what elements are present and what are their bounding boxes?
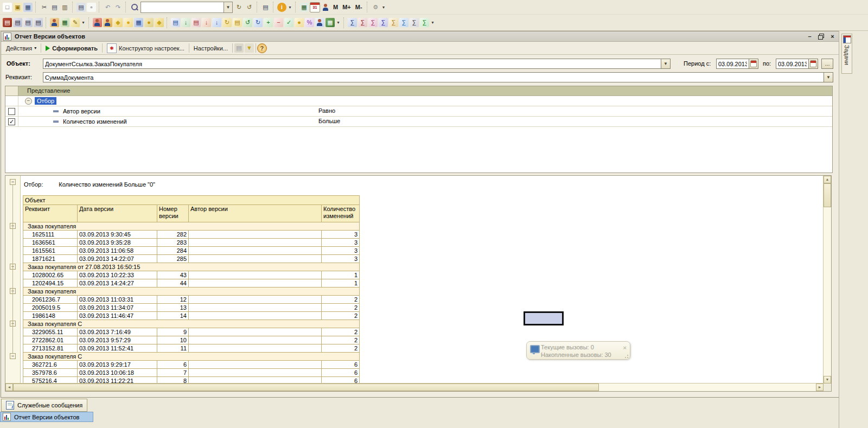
scroll-right-arrow[interactable]: ► (816, 384, 824, 391)
cell[interactable]: 03.09.2013 10:22:33 (78, 271, 157, 279)
cell[interactable]: 03.09.2013 14:22:07 (78, 255, 157, 263)
info-icon[interactable]: i (277, 3, 286, 12)
filter-condition[interactable]: Равно (318, 107, 335, 114)
cell[interactable]: 2 (322, 304, 360, 312)
cell[interactable]: 03.09.2013 14:24:27 (78, 279, 157, 288)
cell[interactable]: Номер версии (157, 205, 189, 222)
sigma-box-icon[interactable]: ∑ (389, 18, 398, 27)
cell[interactable]: 3 (322, 247, 360, 255)
cell[interactable]: 2722862.01 (23, 336, 78, 344)
scroll-left-arrow[interactable]: ◄ (5, 384, 13, 391)
info-dropdown[interactable]: ▾ (287, 5, 293, 10)
cell[interactable]: 282 (157, 231, 189, 239)
cell[interactable]: 1202494.15 (23, 279, 78, 288)
cell[interactable]: 03.09.2013 9:29:17 (78, 361, 157, 369)
attribute-input[interactable] (43, 73, 824, 82)
search-dropdown-button[interactable]: ▼ (224, 2, 232, 12)
data-row[interactable]: 362721.603.09.2013 9:29:1766 (23, 361, 360, 369)
data-row[interactable]: 161556103.09.2013 11:06:582843 (23, 247, 360, 255)
save-icon[interactable]: ▦ (23, 3, 33, 12)
cell[interactable]: 43 (157, 271, 189, 279)
cell[interactable] (189, 296, 322, 304)
cell[interactable]: 2 (322, 312, 360, 320)
filter-checkbox[interactable]: ✓ (8, 118, 15, 125)
filter-condition[interactable]: Больше (318, 118, 340, 124)
cell[interactable]: 03.09.2013 11:34:07 (78, 304, 157, 312)
column-header-row[interactable]: РеквизитДата версииНомер версииАвтор вер… (23, 205, 360, 222)
undo-icon[interactable]: ↶ (103, 3, 112, 12)
cell[interactable]: Дата версии (78, 205, 157, 222)
doc-person-icon-2[interactable]: ▤ (192, 18, 201, 27)
cell[interactable]: Заказ покупателя (23, 288, 360, 296)
horizontal-scrollbar[interactable]: ◄ ► (5, 383, 824, 391)
window-titlebar[interactable]: Отчет Версии объектов – × (1, 31, 839, 42)
cut-icon[interactable]: ✂ (40, 3, 49, 12)
copy-pages-icon[interactable]: ▤ (261, 3, 270, 12)
doc-arrow-down-icon-2[interactable]: ↓ (202, 18, 211, 27)
doc-refresh-icon[interactable]: ↻ (253, 18, 263, 27)
cell[interactable]: 6 (157, 361, 189, 369)
cell[interactable]: 9 (157, 328, 189, 336)
group-header-row[interactable]: Заказ покупателя С (23, 353, 360, 361)
sigma-flag-icon-1[interactable]: ∑ (379, 18, 388, 27)
scroll-up-arrow[interactable]: ▲ (824, 176, 831, 183)
scroll-down-arrow[interactable]: ▼ (824, 376, 831, 384)
cell[interactable]: Автор версии (189, 205, 322, 222)
print-preview-icon[interactable]: ▫ (87, 3, 96, 12)
cell[interactable]: 1615561 (23, 247, 78, 255)
doc-person-icon-1[interactable]: ▤ (171, 18, 180, 27)
redo-icon[interactable]: ↷ (113, 3, 123, 12)
calendar-button-to[interactable] (808, 59, 818, 68)
cell[interactable]: 03.09.2013 10:06:18 (78, 369, 157, 377)
cell[interactable] (189, 239, 322, 247)
cell[interactable] (189, 344, 322, 353)
data-row[interactable]: 2713152.8103.09.2013 11:52:41112 (23, 344, 360, 353)
cell[interactable]: 03.09.2013 9:35:28 (78, 239, 157, 247)
cell[interactable]: 03.09.2013 11:03:31 (78, 296, 157, 304)
selection-box[interactable] (524, 311, 564, 325)
horizontal-scroll-thumb[interactable] (13, 384, 599, 391)
doc-check-icon[interactable]: ✓ (284, 18, 293, 27)
building-coins-icon[interactable]: ▦ (134, 18, 143, 27)
search-input[interactable]: ▼ (141, 2, 233, 13)
object-dropdown-button[interactable]: ▼ (661, 59, 670, 68)
calendar-button-from[interactable] (749, 59, 758, 68)
data-row[interactable]: 1202494.1503.09.2013 14:24:27441 (23, 279, 360, 288)
close-button[interactable]: × (828, 33, 837, 40)
collapse-group-button[interactable]: − (10, 353, 16, 359)
resize-grip-icon[interactable] (624, 354, 628, 358)
cell[interactable]: 12 (157, 296, 189, 304)
data-row[interactable]: 357978.603.09.2013 10:06:1876 (23, 369, 360, 377)
memory-plus-button[interactable]: M+ (340, 4, 353, 10)
sigma-dropdown[interactable]: ▾ (430, 20, 436, 25)
cart-coins-icon[interactable]: ◆ (113, 18, 123, 27)
cell[interactable] (189, 247, 322, 255)
sigma-person-icon-2[interactable]: ∑ (358, 18, 367, 27)
sigma-person-icon-1[interactable]: ∑ (348, 18, 357, 27)
vertical-scroll-thumb[interactable] (824, 183, 831, 207)
cell[interactable]: 03.09.2013 9:30:45 (78, 231, 157, 239)
toast-close-button[interactable]: × (623, 344, 627, 352)
collapse-group-button[interactable]: − (10, 179, 16, 185)
group-header-row[interactable]: Заказ покупателя (23, 222, 360, 231)
load-settings-icon[interactable]: ▤ (234, 43, 244, 53)
user-permissions-icon[interactable] (321, 3, 330, 12)
doc-coins-icon-2[interactable]: ● (295, 18, 304, 27)
data-row[interactable]: 3229055.1103.09.2013 7:16:4992 (23, 328, 360, 336)
cell[interactable]: 14 (157, 312, 189, 320)
doc-coins-icon-1[interactable]: ▤ (233, 18, 242, 27)
filter-group-label[interactable]: Отбор (35, 97, 56, 105)
cell[interactable]: 3 (322, 239, 360, 247)
generate-button[interactable]: Сформировать (42, 44, 101, 53)
cell[interactable]: 284 (157, 247, 189, 255)
cell[interactable]: 3 (322, 231, 360, 239)
cell[interactable]: 44 (157, 279, 189, 288)
open-document-icon[interactable]: ▣ (13, 3, 22, 12)
print-icon[interactable]: ▤ (76, 3, 86, 12)
doc-arrow-down-icon-1[interactable]: ↓ (181, 18, 190, 27)
period-more-button[interactable]: ... (821, 59, 833, 69)
cell[interactable]: 6 (322, 369, 360, 377)
cell[interactable]: 357978.6 (23, 369, 78, 377)
cell[interactable]: 13 (157, 304, 189, 312)
service-settings-dropdown[interactable]: ▾ (381, 5, 387, 10)
